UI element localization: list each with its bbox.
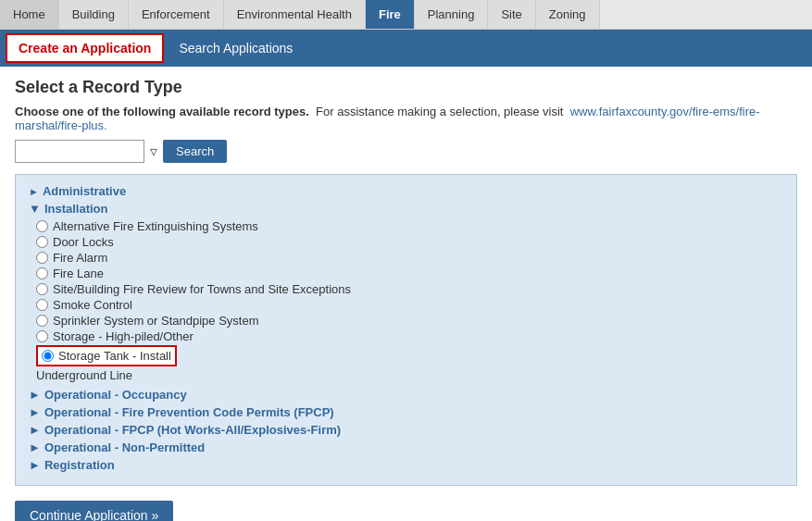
administrative-label: Administrative [43,184,126,198]
radio-storage-high-input[interactable] [36,330,48,342]
operational-nonpermitted-label: Operational - Non-Permitted [44,440,205,454]
door-locks-label: Door Locks [53,235,114,249]
radio-fire-alarm-input[interactable] [36,252,48,264]
radio-smoke-control[interactable]: Smoke Control [36,298,783,312]
tab-environmental-health[interactable]: Environmental Health [224,0,366,29]
category-operational-nonpermitted[interactable]: ► Operational - Non-Permitted [29,440,783,454]
tab-home[interactable]: Home [0,0,59,29]
sprinkler-label: Sprinkler System or Standpipe System [53,314,259,328]
fire-alarm-label: Fire Alarm [53,251,107,265]
arrow-operational-fpcp: ► [29,405,41,419]
page-title: Select a Record Type [15,78,797,97]
arrow-operational-nonpermitted: ► [29,440,41,454]
smoke-control-label: Smoke Control [53,298,132,312]
arrow-installation: ▼ [29,202,41,216]
alternative-fire-label: Alternative Fire Extinguishing Systems [53,219,258,233]
registration-label: Registration [44,458,115,472]
secondary-navigation: Create an Application Search Application… [0,30,812,67]
storage-tank-label: Storage Tank - Install [58,349,171,363]
tab-building[interactable]: Building [59,0,129,29]
main-content: Select a Record Type Choose one of the f… [0,67,812,521]
radio-storage-tank-input[interactable] [42,350,54,362]
category-administrative[interactable]: ► Administrative [29,184,783,198]
tab-zoning[interactable]: Zoning [536,0,600,29]
radio-door-locks-input[interactable] [36,236,48,248]
create-application-button[interactable]: Create an Application [6,33,164,63]
arrow-registration: ► [29,458,41,472]
category-operational-hotworks[interactable]: ► Operational - FPCP (Hot Works-All/Expl… [29,423,783,437]
installation-section: ▼ Installation Alternative Fire Extingui… [29,202,783,382]
tab-planning[interactable]: Planning [415,0,489,29]
instruction-suffix: For assistance making a selection, pleas… [316,105,563,118]
radio-site-building-input[interactable] [36,283,48,295]
radio-door-locks[interactable]: Door Locks [36,235,783,249]
operational-hotworks-label: Operational - FPCP (Hot Works-All/Explos… [44,423,341,437]
radio-fire-lane-input[interactable] [36,267,48,279]
storage-high-label: Storage - High-piled/Other [53,329,194,343]
search-button[interactable]: Search [163,140,227,163]
instruction-text: Choose one of the following available re… [15,105,797,132]
search-input[interactable] [15,140,144,163]
tab-site[interactable]: Site [488,0,535,29]
category-operational-fpcp[interactable]: ► Operational - Fire Prevention Code Per… [29,405,783,419]
installation-label: Installation [44,202,108,216]
radio-storage-high[interactable]: Storage - High-piled/Other [36,329,783,343]
radio-fire-alarm[interactable]: Fire Alarm [36,251,783,265]
continue-application-button[interactable]: Continue Application » [15,501,173,521]
search-row: ▿ Search [15,140,797,163]
arrow-operational-hotworks: ► [29,423,41,437]
category-registration[interactable]: ► Registration [29,458,783,472]
site-building-label: Site/Building Fire Review for Towns and … [53,282,351,296]
tab-fire[interactable]: Fire [366,0,415,29]
filter-icon[interactable]: ▿ [150,143,157,160]
tab-enforcement[interactable]: Enforcement [129,0,224,29]
radio-alternative-fire-input[interactable] [36,220,48,232]
radio-sprinkler-input[interactable] [36,315,48,327]
underground-line-item: Underground Line [36,368,783,382]
search-applications-button[interactable]: Search Applications [171,35,300,61]
instruction-prefix: Choose one of the following available re… [15,105,309,118]
radio-storage-tank[interactable]: Storage Tank - Install [36,345,177,366]
operational-fpcp-label: Operational - Fire Prevention Code Permi… [44,405,334,419]
radio-alternative-fire[interactable]: Alternative Fire Extinguishing Systems [36,219,783,233]
radio-smoke-control-input[interactable] [36,299,48,311]
radio-site-building[interactable]: Site/Building Fire Review for Towns and … [36,282,783,296]
operational-occupancy-label: Operational - Occupancy [44,388,187,402]
record-type-area: ► Administrative ▼ Installation Alternat… [15,174,797,486]
category-installation[interactable]: ▼ Installation [29,202,783,216]
arrow-operational-occupancy: ► [29,388,41,402]
fire-lane-label: Fire Lane [53,267,104,280]
arrow-administrative: ► [29,186,39,197]
radio-sprinkler[interactable]: Sprinkler System or Standpipe System [36,314,783,328]
radio-fire-lane[interactable]: Fire Lane [36,267,783,280]
top-navigation: Home Building Enforcement Environmental … [0,0,812,30]
category-operational-occupancy[interactable]: ► Operational - Occupancy [29,388,783,402]
